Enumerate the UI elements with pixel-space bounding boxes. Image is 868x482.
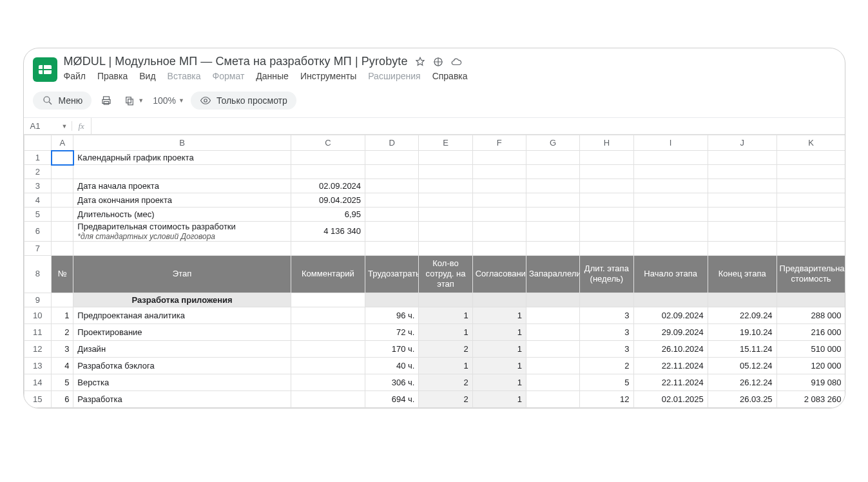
cell-cost[interactable]: 120 000	[776, 357, 845, 374]
cell-weeks[interactable]: 3	[580, 307, 633, 323]
cell-parallel[interactable]	[526, 307, 579, 323]
cell[interactable]	[526, 293, 579, 307]
cell[interactable]	[472, 222, 526, 242]
cell[interactable]	[708, 241, 776, 255]
cell[interactable]	[472, 293, 526, 307]
cell[interactable]	[365, 241, 419, 255]
cell-num[interactable]: 6	[52, 390, 73, 407]
cell-effort[interactable]: 694 ч.	[365, 390, 419, 407]
cell-stage[interactable]: Верстка	[73, 374, 291, 390]
star-icon[interactable]	[414, 56, 426, 68]
row-header[interactable]: 3	[24, 179, 52, 193]
cell-approve[interactable]: 1	[472, 307, 526, 323]
cell-num[interactable]: 4	[52, 357, 73, 374]
cell-stage[interactable]: Дизайн	[73, 340, 291, 357]
menu-расширения[interactable]: Расширения	[368, 71, 420, 81]
cell-people[interactable]: 1	[419, 357, 472, 374]
cell-comment[interactable]	[291, 323, 365, 340]
cell-start[interactable]: 26.10.2024	[633, 340, 708, 357]
cell-end[interactable]: 15.11.24	[708, 340, 776, 357]
th-num[interactable]: №	[52, 255, 73, 293]
cell-end[interactable]: 26.03.25	[708, 390, 776, 407]
cell[interactable]	[580, 165, 633, 179]
cell[interactable]	[526, 222, 579, 242]
zoom-selector[interactable]: 100% ▼	[153, 95, 184, 106]
cell[interactable]	[419, 165, 472, 179]
menu-инструменты[interactable]: Инструменты	[300, 71, 356, 81]
col-header-E[interactable]: E	[419, 135, 472, 151]
spreadsheet-grid[interactable]: ABCDEFGHIJK 1Календарный график проекта2…	[24, 135, 845, 408]
th-parallel[interactable]: Запараллеливание	[526, 255, 579, 293]
cell-num[interactable]: 1	[52, 307, 73, 323]
col-header-C[interactable]: C	[291, 135, 365, 151]
cell-start[interactable]: 02.01.2025	[633, 390, 708, 407]
cell-weeks[interactable]: 12	[580, 390, 633, 407]
cell[interactable]	[580, 151, 633, 165]
cell-B1[interactable]: Календарный график проекта	[73, 151, 291, 165]
cell-effort[interactable]: 72 ч.	[365, 323, 419, 340]
cell[interactable]	[52, 179, 73, 193]
cell[interactable]	[776, 241, 845, 255]
menu-данные[interactable]: Данные	[256, 71, 289, 81]
cell-C3[interactable]: 02.09.2024	[291, 179, 365, 193]
menu-файл[interactable]: Файл	[64, 71, 86, 81]
cell[interactable]	[708, 207, 776, 222]
name-box[interactable]: A1 ▼	[24, 121, 72, 131]
row-header[interactable]: 13	[24, 357, 52, 374]
cell-end[interactable]: 26.12.24	[708, 374, 776, 390]
col-header-K[interactable]: K	[776, 135, 845, 151]
cell-end[interactable]: 05.12.24	[708, 357, 776, 374]
cell[interactable]	[419, 293, 472, 307]
row-header[interactable]: 7	[24, 241, 52, 255]
cell-comment[interactable]	[291, 357, 365, 374]
cell[interactable]	[633, 165, 708, 179]
cell[interactable]	[708, 193, 776, 207]
cell-comment[interactable]	[291, 374, 365, 390]
row-header[interactable]: 5	[24, 207, 52, 222]
cell-people[interactable]: 2	[419, 374, 472, 390]
cell[interactable]	[365, 293, 419, 307]
cell[interactable]	[472, 207, 526, 222]
cell-effort[interactable]: 306 ч.	[365, 374, 419, 390]
menu-вставка[interactable]: Вставка	[168, 71, 201, 81]
cell[interactable]	[52, 293, 73, 307]
cell[interactable]	[633, 207, 708, 222]
cell[interactable]	[365, 165, 419, 179]
th-weeks[interactable]: Длит. этапа (недель)	[580, 255, 633, 293]
col-header-G[interactable]: G	[526, 135, 579, 151]
cell[interactable]	[633, 222, 708, 242]
cell[interactable]	[291, 151, 365, 165]
cell[interactable]	[52, 207, 73, 222]
cell[interactable]	[73, 165, 291, 179]
row-header[interactable]: 9	[24, 293, 52, 307]
cell-C4[interactable]: 09.04.2025	[291, 193, 365, 207]
menu-правка[interactable]: Правка	[97, 71, 128, 81]
search-menu-button[interactable]: Меню	[33, 92, 92, 110]
cell[interactable]	[472, 179, 526, 193]
cell[interactable]	[708, 293, 776, 307]
cell[interactable]	[52, 193, 73, 207]
cell-stage[interactable]: Разработка бэклога	[73, 357, 291, 374]
cell[interactable]	[580, 179, 633, 193]
cell-weeks[interactable]: 3	[580, 340, 633, 357]
cell-parallel[interactable]	[526, 374, 579, 390]
cell[interactable]	[291, 241, 365, 255]
cell-start[interactable]: 29.09.2024	[633, 323, 708, 340]
select-all-corner[interactable]	[24, 135, 52, 151]
col-header-F[interactable]: F	[472, 135, 526, 151]
cell[interactable]	[52, 222, 73, 242]
cell[interactable]	[633, 179, 708, 193]
th-cost[interactable]: Предварительная стоимость	[776, 255, 845, 293]
cell[interactable]	[708, 179, 776, 193]
cell-comment[interactable]	[291, 340, 365, 357]
cell-approve[interactable]: 1	[472, 340, 526, 357]
row-header[interactable]: 6	[24, 222, 52, 242]
row-header[interactable]: 12	[24, 340, 52, 357]
cell-effort[interactable]: 96 ч.	[365, 307, 419, 323]
cell[interactable]	[365, 151, 419, 165]
cell-approve[interactable]: 1	[472, 323, 526, 340]
sheets-logo[interactable]	[33, 57, 57, 82]
cell-people[interactable]: 1	[419, 323, 472, 340]
cell[interactable]	[365, 193, 419, 207]
row-header[interactable]: 1	[24, 151, 52, 165]
